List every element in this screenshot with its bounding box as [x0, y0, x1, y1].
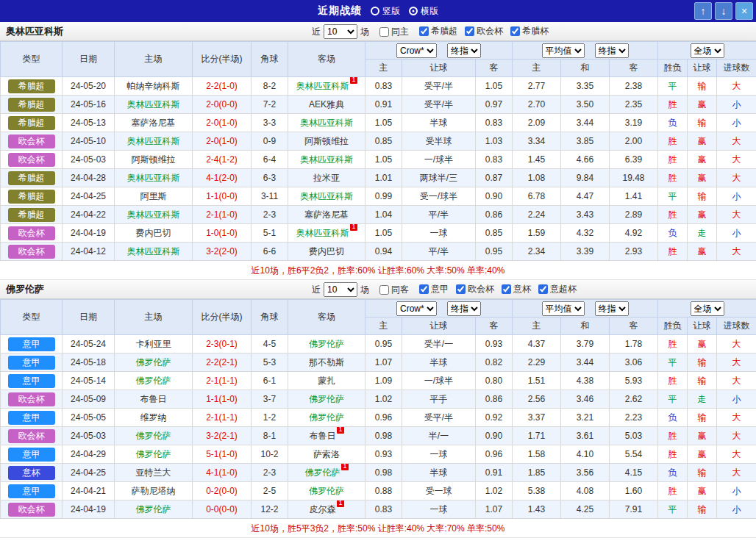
competition-filter[interactable]: 希腊杯	[510, 25, 549, 37]
league-cell: 意甲	[1, 354, 63, 372]
horizontal-layout-radio[interactable]	[409, 7, 418, 15]
avg-away-odds: 1.60	[610, 482, 658, 500]
competition-filter[interactable]: 意甲	[419, 283, 449, 295]
match-count-select[interactable]: 10	[324, 24, 357, 39]
match-result: 平	[658, 187, 688, 206]
move-down-button[interactable]: ↓	[715, 2, 732, 20]
avg-draw-odds: 4.47	[561, 187, 610, 206]
avg-away-odds: 2.93	[610, 243, 658, 261]
result-group-header: 全场	[658, 42, 756, 60]
handicap-line: 平/半	[402, 243, 476, 261]
handicap-home-odds: 0.95	[365, 335, 402, 354]
team-name: 阿里斯	[140, 191, 167, 201]
score-cell: 1-1(0-0)	[193, 187, 252, 206]
home-team-cell: 佛罗伦萨	[115, 500, 193, 519]
handicap-home-odds: 0.99	[365, 187, 402, 206]
competition-checkbox[interactable]	[502, 284, 511, 294]
league-cell: 欧会杯	[1, 390, 63, 409]
away-team-cell: 拉米亚	[288, 169, 365, 187]
league-badge: 希腊超	[8, 190, 55, 204]
away-team-cell: 蒙扎	[288, 372, 365, 390]
date-cell: 24-04-22	[63, 206, 115, 224]
goals-result: 大	[717, 427, 756, 445]
handicap-home-odds: 1.05	[365, 151, 402, 169]
competition-checkbox[interactable]	[510, 26, 520, 36]
date-cell: 24-04-29	[63, 445, 115, 464]
match-result: 负	[658, 409, 688, 427]
layout-vertical-option[interactable]: 竖版	[371, 5, 400, 18]
competition-checkbox[interactable]	[538, 284, 548, 294]
match-result: 平	[658, 77, 688, 96]
competition-filter[interactable]: 希腊超	[419, 25, 457, 37]
odds-type-select[interactable]: 平均值	[542, 301, 585, 316]
handicap-home-odds: 0.94	[365, 243, 402, 261]
same-venue-checkbox[interactable]	[379, 27, 389, 37]
handicap-result: 赢	[688, 445, 717, 464]
same-venue-checkbox[interactable]	[379, 285, 389, 295]
avg-draw-odds: 3.21	[561, 409, 610, 427]
away-team-cell: 奥林匹亚科斯1	[288, 77, 365, 96]
match-row: 意甲24-05-24卡利亚里2-3(0-1)4-5佛罗伦萨0.95受半/一0.9…	[1, 335, 756, 354]
handicap-result: 走	[688, 224, 717, 243]
competition-checkbox[interactable]	[419, 284, 429, 294]
home-team-cell: 佛罗伦萨	[115, 427, 193, 445]
handicap-result: 赢	[688, 427, 717, 445]
avg-draw-odds: 9.84	[561, 169, 610, 187]
layout-horizontal-option[interactable]: 横版	[409, 5, 438, 18]
competition-checkbox[interactable]	[456, 284, 466, 294]
away-team-cell: 那不勒斯	[288, 354, 365, 372]
team-name: 拉米亚	[313, 173, 340, 183]
same-venue-filter[interactable]: 同主	[379, 26, 409, 38]
scope-select[interactable]: 全场	[691, 43, 724, 58]
handicap-line: 受平/半	[402, 96, 476, 114]
competition-checkbox[interactable]	[419, 26, 429, 36]
summary-row: 近10场，胜6平2负2，胜率:60% 让胜率:60% 大率:50% 单率:40%	[0, 261, 756, 280]
col-handicap-away: 客	[476, 317, 513, 335]
same-venue-filter[interactable]: 同客	[379, 284, 409, 296]
competition-filter[interactable]: 意超杯	[538, 283, 577, 295]
handicap-line: 一球	[402, 500, 476, 519]
handicap-line: 受半/一	[402, 335, 476, 354]
avg-home-odds: 1.85	[513, 464, 561, 482]
date-cell: 24-05-14	[63, 372, 115, 390]
corner-cell: 8-2	[252, 77, 288, 96]
corner-cell: 6-6	[252, 243, 288, 261]
team-name: 布鲁日	[309, 431, 335, 441]
league-badge: 欧会杯	[8, 392, 55, 406]
close-icon[interactable]: ×	[735, 2, 753, 20]
competition-filter[interactable]: 欧会杯	[456, 283, 494, 295]
odds-stage-select[interactable]: 终指	[595, 301, 629, 316]
date-cell: 24-05-05	[63, 409, 115, 427]
handicap-home-odds: 1.05	[365, 224, 402, 243]
bookmaker-select[interactable]: Crow*	[396, 43, 437, 58]
handicap-stage-select[interactable]: 终指	[447, 301, 481, 316]
handicap-line: 受一球	[402, 482, 476, 500]
handicap-away-odds: 0.97	[476, 96, 513, 114]
bookmaker-select[interactable]: Crow*	[396, 301, 437, 316]
competition-filter[interactable]: 欧会杯	[465, 25, 503, 37]
league-badge: 希腊超	[8, 116, 55, 130]
odds-type-select[interactable]: 平均值	[542, 43, 585, 58]
handicap-away-odds: 0.86	[476, 390, 513, 409]
vertical-layout-radio[interactable]	[371, 7, 379, 15]
scope-select[interactable]: 全场	[691, 301, 724, 316]
match-result: 胜	[658, 151, 688, 169]
competition-filter[interactable]: 意杯	[502, 283, 531, 295]
corner-cell: 6-1	[252, 372, 288, 390]
team-section-home: 奥林匹亚科斯 近 10 场 同主 希腊超欧会杯希腊杯	[0, 22, 756, 280]
near-label: 近	[312, 26, 321, 38]
avg-draw-odds: 3.44	[561, 354, 610, 372]
competition-checkbox[interactable]	[465, 26, 474, 36]
move-up-button[interactable]: ↑	[694, 2, 712, 20]
goals-result: 大	[717, 354, 756, 372]
avg-draw-odds: 4.10	[561, 445, 610, 464]
focus-team-name: 佛罗伦萨	[309, 486, 344, 496]
handicap-stage-select[interactable]: 终指	[447, 43, 481, 58]
goals-result: 小	[717, 482, 756, 500]
match-row: 欧会杯24-05-09布鲁日1-1(1-0)3-7佛罗伦萨1.02平手0.862…	[1, 390, 756, 409]
league-badge: 希腊超	[8, 79, 55, 93]
competition-filters: 意甲欧会杯意杯意超杯	[412, 283, 577, 296]
date-cell: 24-04-21	[63, 482, 115, 500]
match-count-select[interactable]: 10	[324, 282, 357, 297]
odds-stage-select[interactable]: 终指	[595, 43, 629, 58]
